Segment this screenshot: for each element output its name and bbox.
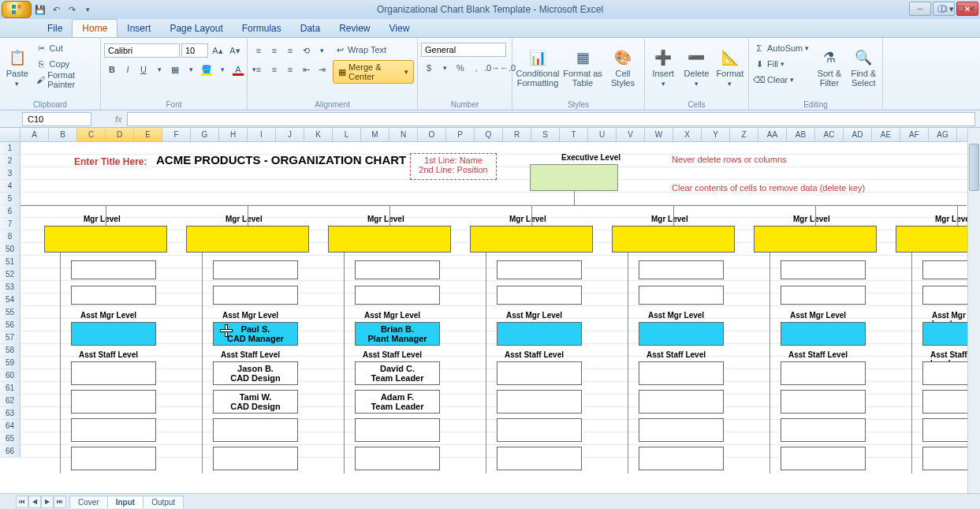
tab-insert[interactable]: Insert: [117, 20, 160, 37]
tab-nav-prev[interactable]: ◀: [28, 496, 41, 508]
align-top-button[interactable]: ≡: [251, 43, 266, 58]
col-header-N[interactable]: N: [389, 128, 418, 141]
row-header-63[interactable]: 63: [0, 407, 20, 420]
indent-increase-button[interactable]: ⇥: [314, 62, 330, 77]
help-icon[interactable]: ⓘ: [937, 3, 946, 15]
staff-box-blank[interactable]: [213, 286, 298, 305]
staff-box[interactable]: [497, 447, 582, 470]
staff-box-blank[interactable]: [781, 286, 866, 305]
staff-box[interactable]: David C.Team Leader: [355, 361, 440, 385]
sheet-tab-input[interactable]: Input: [107, 496, 143, 508]
sheet-tab-output[interactable]: Output: [143, 496, 184, 508]
col-header-X[interactable]: X: [673, 128, 702, 141]
currency-dropdown[interactable]: ▾: [437, 60, 453, 76]
staff-box-blank[interactable]: [71, 286, 156, 305]
fill-button[interactable]: ⬇Fill▾: [752, 57, 810, 71]
col-header-M[interactable]: M: [361, 128, 389, 141]
mgr-box[interactable]: [186, 226, 309, 253]
row-header-3[interactable]: 3: [0, 167, 20, 180]
col-header-Y[interactable]: Y: [702, 128, 730, 141]
row-header-58[interactable]: 58: [0, 344, 20, 357]
merge-center-button[interactable]: ▦Merge & Center▾: [333, 60, 414, 84]
row-header-7[interactable]: 7: [0, 218, 20, 230]
align-left-button[interactable]: ≡: [251, 62, 266, 77]
staff-box[interactable]: [355, 447, 440, 470]
col-header-F[interactable]: F: [162, 128, 191, 141]
col-header-L[interactable]: L: [333, 128, 361, 141]
staff-box[interactable]: [355, 418, 440, 442]
col-header-D[interactable]: D: [106, 128, 134, 141]
font-color-button[interactable]: A: [230, 62, 246, 77]
row-header-51[interactable]: 51: [0, 256, 20, 268]
mgr-box[interactable]: [612, 226, 735, 253]
format-as-table-button[interactable]: ▦Format as Table: [563, 39, 602, 96]
staff-box[interactable]: [213, 447, 298, 470]
indent-decrease-button[interactable]: ⇤: [298, 62, 314, 77]
fill-color-button[interactable]: 🪣: [199, 62, 214, 77]
comma-button[interactable]: ,: [468, 60, 484, 76]
column-headers[interactable]: ABCDEFGHIJKLMNOPQRSTUVWXYZAAABACADAEAFAG: [0, 128, 980, 142]
mgr-box[interactable]: [470, 226, 593, 253]
tab-nav-next[interactable]: ▶: [41, 496, 54, 508]
fill-dropdown[interactable]: ▾: [214, 62, 230, 77]
tab-home[interactable]: Home: [72, 19, 117, 37]
asst-mgr-box[interactable]: [497, 322, 582, 346]
col-header-AC[interactable]: AC: [815, 128, 844, 141]
ribbon-minimize-icon[interactable]: ▾: [949, 4, 954, 14]
asst-mgr-box[interactable]: [781, 322, 866, 346]
row-header-4[interactable]: 4: [0, 180, 20, 193]
tab-view[interactable]: View: [380, 20, 419, 37]
row-header-2[interactable]: 2: [0, 155, 20, 167]
col-header-AG[interactable]: AG: [929, 128, 957, 141]
staff-box[interactable]: [497, 361, 582, 385]
align-center-button[interactable]: ≡: [266, 62, 282, 77]
staff-box[interactable]: [781, 361, 866, 385]
underline-dropdown[interactable]: ▾: [151, 62, 167, 77]
row-header-59[interactable]: 59: [0, 357, 20, 369]
row-header-52[interactable]: 52: [0, 268, 20, 281]
sort-filter-button[interactable]: ⚗Sort & Filter: [814, 39, 844, 96]
col-header-U[interactable]: U: [588, 128, 617, 141]
col-header-K[interactable]: K: [304, 128, 333, 141]
staff-box[interactable]: [781, 447, 866, 470]
percent-button[interactable]: %: [453, 60, 468, 76]
staff-box[interactable]: [781, 390, 866, 414]
staff-box-blank[interactable]: [213, 260, 298, 279]
row-header-8[interactable]: 8: [0, 230, 20, 243]
scroll-thumb[interactable]: [969, 144, 979, 191]
staff-box[interactable]: [71, 361, 156, 385]
col-header-H[interactable]: H: [219, 128, 248, 141]
row-header-1[interactable]: 1: [0, 142, 20, 155]
find-select-button[interactable]: 🔍Find & Select: [848, 39, 879, 96]
staff-box[interactable]: [213, 418, 298, 442]
align-bottom-button[interactable]: ≡: [282, 43, 298, 58]
col-header-AD[interactable]: AD: [844, 128, 872, 141]
row-header-60[interactable]: 60: [0, 369, 20, 382]
copy-button[interactable]: ⎘Copy: [35, 57, 97, 71]
staff-box[interactable]: [639, 361, 724, 385]
italic-button[interactable]: I: [120, 62, 136, 77]
format-painter-button[interactable]: 🖌Format Painter: [35, 73, 97, 87]
select-all-corner[interactable]: [0, 128, 20, 141]
conditional-formatting-button[interactable]: 📊Conditional Formatting: [516, 39, 560, 96]
col-header-T[interactable]: T: [560, 128, 588, 141]
tab-data[interactable]: Data: [291, 20, 330, 37]
vertical-scrollbar[interactable]: [967, 128, 980, 493]
col-header-Q[interactable]: Q: [475, 128, 503, 141]
col-header-O[interactable]: O: [418, 128, 446, 141]
row-header-62[interactable]: 62: [0, 395, 20, 407]
orientation-dropdown[interactable]: ▾: [314, 43, 330, 58]
tab-formulas[interactable]: Formulas: [233, 20, 291, 37]
qat-dropdown-icon[interactable]: ▾: [80, 2, 95, 17]
number-format-combo[interactable]: General: [421, 43, 506, 57]
staff-box-blank[interactable]: [71, 260, 156, 279]
col-header-G[interactable]: G: [191, 128, 219, 141]
asst-mgr-box[interactable]: [639, 322, 724, 346]
mgr-box[interactable]: [754, 226, 877, 253]
wrap-text-button[interactable]: ↩Wrap Text: [333, 43, 414, 57]
col-header-P[interactable]: P: [446, 128, 475, 141]
border-dropdown[interactable]: ▾: [183, 62, 199, 77]
align-middle-button[interactable]: ≡: [266, 43, 282, 58]
autosum-button[interactable]: ΣAutoSum▾: [752, 41, 810, 55]
delete-cells-button[interactable]: ➖Delete▾: [681, 39, 711, 96]
